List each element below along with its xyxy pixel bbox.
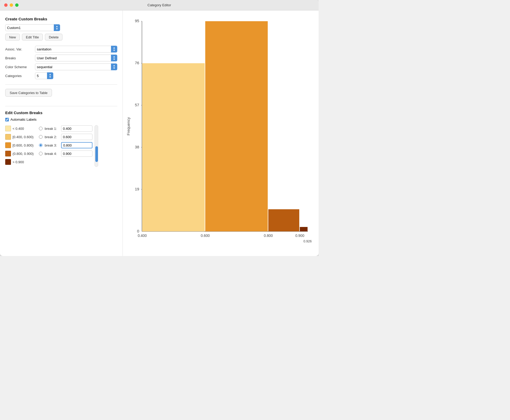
svg-text:0.800: 0.800 [264, 234, 273, 238]
bar-2 [268, 209, 299, 231]
cat-label-1: [0.400, 0.600) [13, 135, 33, 139]
categories-label: Categories [5, 74, 34, 78]
break-radio-2[interactable] [39, 135, 43, 139]
breaks-stepper[interactable]: ▲▼ [111, 55, 117, 61]
cat-label-0: < 0.400 [13, 127, 24, 131]
auto-labels-text: Automatic Labels [10, 118, 37, 121]
cat-color-2 [5, 142, 11, 148]
histogram-chart: 0 19 38 57 76 95 Frequency [125, 16, 313, 254]
preset-select-wrapper: Custom1 ▲▼ [5, 24, 60, 31]
preset-stepper[interactable]: ▲▼ [54, 24, 60, 31]
assoc-var-select-wrapper: sanitation ▲▼ [35, 46, 117, 52]
color-scheme-select[interactable]: sequential [35, 63, 117, 70]
close-button[interactable] [4, 3, 8, 7]
svg-text:0.400: 0.400 [138, 234, 147, 238]
cat-label-2: [0.600, 0.800) [13, 143, 33, 147]
divider-1 [5, 84, 117, 85]
maximize-button[interactable] [15, 3, 19, 7]
color-scheme-select-wrapper: sequential ▲▼ [35, 63, 117, 70]
categories-breaks-area: < 0.400 [0.400, 0.600) [0.600, 0.800) (0… [5, 125, 117, 167]
cat-row-0: < 0.400 [5, 125, 34, 132]
break-row-4: break 4: [39, 150, 92, 157]
category-list: < 0.400 [0.400, 0.600) [0.600, 0.800) (0… [5, 125, 34, 167]
break-row-2: break 2: [39, 133, 92, 140]
settings-form: Assoc. Var. sanitation ▲▼ Breaks User De… [5, 46, 117, 79]
break-input-2[interactable] [61, 134, 92, 140]
cat-color-0 [5, 126, 11, 131]
break-radio-3[interactable] [39, 143, 43, 147]
break-row-3: break 3: [39, 142, 92, 149]
edit-breaks-title: Edit Custom Breaks [5, 110, 117, 115]
break-input-1[interactable] [61, 125, 92, 132]
cat-row-4: > 0.900 [5, 159, 34, 165]
scrollbar-track[interactable] [95, 125, 98, 167]
categories-select-wrapper: 5 ▲▼ [35, 72, 53, 79]
break-row-1: break 1: [39, 125, 92, 132]
chart-area: 0 19 38 57 76 95 Frequency [125, 16, 313, 254]
break-input-4[interactable] [61, 150, 92, 157]
break-label-2: break 2: [45, 135, 59, 139]
svg-text:0.600: 0.600 [201, 234, 210, 238]
svg-text:0.926: 0.926 [303, 240, 312, 243]
cat-row-3: (0.800, 0.900) [5, 150, 34, 157]
breaks-list: break 1: break 2: break 3: [39, 125, 92, 167]
action-buttons-row: New Edit Title Delete [5, 34, 117, 40]
bar-3 [300, 227, 308, 231]
left-panel: Create Custom Breaks Custom1 ▲▼ New Edit… [0, 10, 123, 256]
edit-title-button[interactable]: Edit Title [22, 34, 43, 40]
categories-stepper[interactable]: ▲▼ [47, 72, 53, 79]
auto-labels-checkbox[interactable] [5, 118, 9, 121]
scrollbar-thumb[interactable] [95, 146, 98, 162]
bar-0 [142, 63, 205, 231]
assoc-var-select[interactable]: sanitation [35, 46, 117, 52]
svg-text:0.900: 0.900 [295, 234, 304, 238]
main-window: Category Editor Create Custom Breaks Cus… [0, 0, 319, 256]
divider-2 [5, 106, 117, 106]
cat-color-3 [5, 151, 11, 156]
svg-text:76: 76 [135, 61, 139, 65]
svg-text:Frequency: Frequency [126, 117, 131, 136]
save-categories-button[interactable]: Save Categories to Table [5, 89, 52, 97]
svg-text:95: 95 [135, 19, 139, 23]
cat-color-1 [5, 134, 11, 140]
content-area: Create Custom Breaks Custom1 ▲▼ New Edit… [0, 10, 319, 256]
new-button[interactable]: New [5, 34, 20, 40]
titlebar: Category Editor [0, 0, 319, 10]
delete-button[interactable]: Delete [45, 34, 63, 40]
right-panel: 0 19 38 57 76 95 Frequency [123, 10, 319, 256]
break-label-3: break 3: [45, 143, 59, 147]
preset-select[interactable]: Custom1 [5, 24, 60, 31]
bar-1 [205, 21, 268, 231]
create-breaks-title: Create Custom Breaks [5, 17, 117, 21]
break-label-4: break 4: [45, 152, 59, 156]
traffic-lights [4, 3, 19, 7]
breaks-label: Breaks [5, 56, 34, 60]
break-label-1: break 1: [45, 127, 59, 131]
minimize-button[interactable] [10, 3, 13, 7]
svg-text:0: 0 [137, 229, 139, 233]
breaks-select-wrapper: User Defined ▲▼ [35, 55, 117, 61]
window-title: Category Editor [148, 3, 171, 7]
color-scheme-stepper[interactable]: ▲▼ [111, 63, 117, 70]
auto-labels-row: Automatic Labels [5, 118, 117, 121]
break-input-3[interactable] [61, 142, 92, 148]
svg-text:57: 57 [135, 103, 139, 107]
scrollbar-area [95, 125, 98, 167]
svg-text:19: 19 [135, 187, 139, 191]
assoc-var-label: Assoc. Var. [5, 47, 34, 51]
break-radio-1[interactable] [39, 127, 43, 130]
break-radio-4[interactable] [39, 152, 43, 155]
cat-label-4: > 0.900 [13, 160, 24, 164]
preset-row: Custom1 ▲▼ [5, 24, 117, 31]
assoc-var-stepper[interactable]: ▲▼ [111, 46, 117, 52]
cat-row-1: [0.400, 0.600) [5, 133, 34, 140]
color-scheme-label: Color Scheme [5, 65, 34, 69]
cat-row-2: [0.600, 0.800) [5, 142, 34, 149]
breaks-select[interactable]: User Defined [35, 55, 117, 61]
cat-label-3: (0.800, 0.900) [13, 152, 34, 156]
cat-color-4 [5, 159, 11, 165]
svg-text:38: 38 [135, 145, 139, 149]
